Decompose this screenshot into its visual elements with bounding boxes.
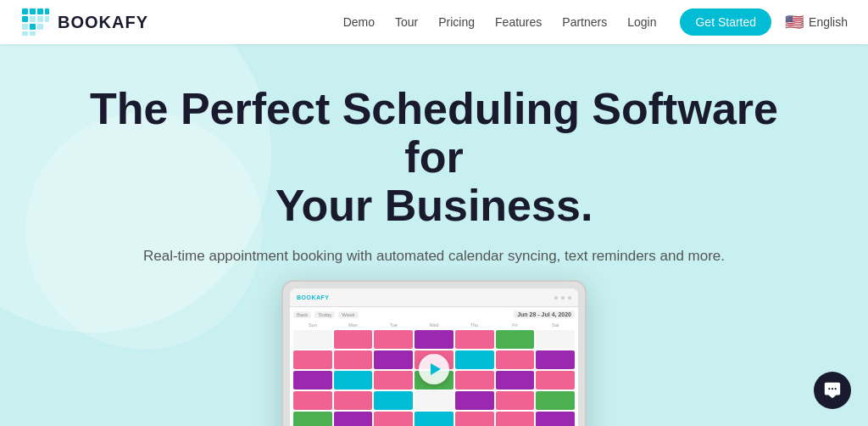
cal-cell (455, 350, 494, 369)
logo-text: BOOKAFY (58, 13, 148, 32)
cal-cell (455, 412, 494, 426)
nav-pricing[interactable]: Pricing (438, 15, 475, 29)
cal-day-header: Fri (496, 322, 535, 328)
cal-cell (455, 371, 494, 390)
cal-cell (334, 391, 373, 410)
svg-rect-10 (37, 24, 43, 30)
cal-cell (536, 391, 575, 410)
cal-day-header: Mon (334, 322, 373, 328)
nav-cta-button[interactable]: Get Started (680, 8, 771, 36)
cal-day-header: Tue (374, 322, 413, 328)
cal-cell (374, 330, 413, 349)
svg-rect-6 (37, 16, 43, 22)
language-selector[interactable]: 🇺🇸 English (785, 13, 848, 31)
cal-day-header: Thu (455, 322, 494, 328)
hero-title: The Perfect Scheduling Software for Your… (86, 85, 782, 231)
cal-cell (496, 412, 535, 426)
svg-rect-4 (22, 16, 28, 22)
chat-widget[interactable] (814, 372, 851, 409)
screen-nav-dots (554, 296, 571, 300)
cal-cell (536, 330, 575, 349)
screen-logo: BOOKAFY (297, 294, 330, 300)
cal-cell (374, 391, 413, 410)
svg-rect-11 (22, 31, 28, 36)
cal-day-header: Wed (415, 322, 453, 328)
logo-icon (20, 7, 51, 37)
cal-cell (374, 350, 413, 369)
cal-cell (293, 350, 332, 369)
cal-cell (334, 412, 373, 426)
cal-cell (293, 412, 332, 426)
svg-rect-0 (22, 8, 28, 14)
cal-cell (496, 350, 535, 369)
cal-cell (374, 412, 413, 426)
cal-toolbar: Back Today Week Jun 28 - Jul 4, 2020 (293, 311, 575, 318)
svg-rect-8 (22, 24, 28, 30)
svg-rect-3 (45, 8, 49, 14)
hero-subtitle: Real-time appointment booking with autom… (86, 248, 782, 265)
cal-day-header: Sat (536, 322, 575, 328)
svg-rect-9 (30, 24, 36, 30)
svg-point-15 (835, 388, 837, 390)
cal-cell (334, 350, 373, 369)
cal-cell (455, 391, 494, 410)
hero-section: The Perfect Scheduling Software for Your… (0, 44, 868, 426)
nav-tour[interactable]: Tour (395, 15, 418, 29)
cal-cell (496, 330, 535, 349)
cal-cell (496, 391, 535, 410)
cal-cell (374, 371, 413, 390)
cal-cell (293, 330, 332, 349)
cal-cell (293, 391, 332, 410)
nav-features[interactable]: Features (495, 15, 542, 29)
svg-rect-2 (37, 8, 43, 14)
laptop-mockup: BOOKAFY Back Today Week Jun 28 - Jul 4, … (281, 280, 587, 426)
language-label: English (809, 15, 848, 29)
svg-rect-1 (30, 8, 36, 14)
svg-rect-7 (45, 16, 49, 22)
navbar: BOOKAFY Demo Tour Pricing Features Partn… (0, 0, 868, 44)
play-button[interactable] (419, 354, 449, 384)
cal-cell (536, 350, 575, 369)
cal-grid: SunMonTueWedThuFriSat (293, 322, 575, 328)
cal-cell (293, 371, 332, 390)
cal-cell (334, 371, 373, 390)
cal-cell (334, 330, 373, 349)
logo-link[interactable]: BOOKAFY (20, 7, 148, 37)
cal-cell (415, 391, 453, 410)
flag-icon: 🇺🇸 (785, 13, 804, 31)
cal-cell (496, 371, 535, 390)
nav-links: Demo Tour Pricing Features Partners Logi… (343, 14, 771, 30)
svg-rect-5 (30, 16, 36, 22)
cal-cell (415, 330, 453, 349)
play-icon (431, 363, 441, 375)
cal-cell (536, 412, 575, 426)
screen-header: BOOKAFY (290, 289, 578, 307)
nav-demo[interactable]: Demo (343, 15, 375, 29)
cal-cell (455, 330, 494, 349)
cal-day-header: Sun (293, 322, 332, 328)
chat-icon (823, 381, 842, 400)
svg-rect-12 (30, 31, 36, 36)
svg-point-14 (832, 388, 833, 390)
nav-partners[interactable]: Partners (562, 15, 607, 29)
cal-cell (415, 412, 453, 426)
cal-cell (536, 371, 575, 390)
nav-login[interactable]: Login (627, 15, 656, 29)
svg-point-13 (828, 388, 830, 390)
